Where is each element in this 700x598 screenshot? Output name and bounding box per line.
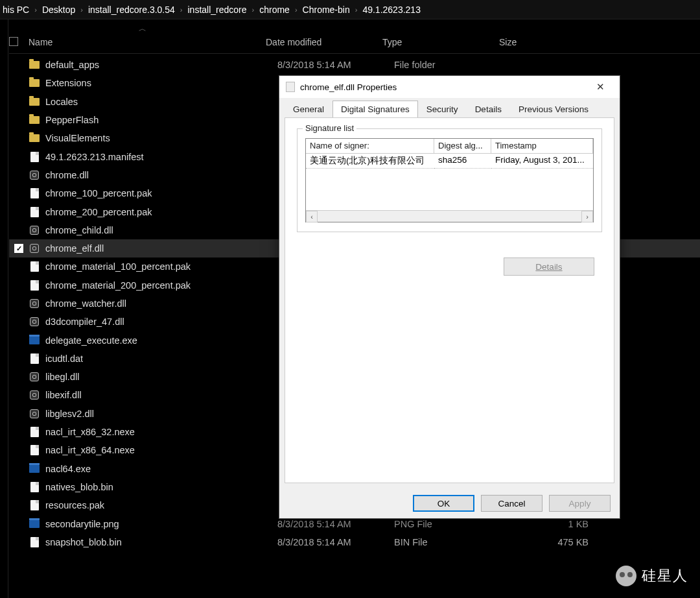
breadcrumb-item[interactable]: install_redcore.3.0.54 xyxy=(88,5,175,15)
col-timestamp[interactable]: Timestamp xyxy=(491,139,593,154)
file-name: d3dcompiler_47.dll xyxy=(45,317,277,327)
dialog-title: chrome_elf.dll Properties xyxy=(300,82,587,92)
file-icon xyxy=(29,206,40,218)
file-name: libegl.dll xyxy=(45,372,277,382)
file-name: chrome_material_100_percent.pak xyxy=(45,261,277,272)
file-name: Extensions xyxy=(45,78,277,88)
file-type: BIN File xyxy=(394,537,511,547)
folder-icon xyxy=(29,132,40,144)
file-name: chrome_watcher.dll xyxy=(45,298,277,309)
close-icon[interactable]: ✕ xyxy=(587,78,613,95)
breadcrumb-item[interactable]: install_redcore xyxy=(187,5,246,15)
chevron-right-icon: › xyxy=(252,6,255,14)
file-date: 8/3/2018 5:14 AM xyxy=(277,519,394,529)
h-scrollbar[interactable]: ‹ › xyxy=(306,210,593,222)
file-name: resources.pak xyxy=(45,500,277,510)
signer-cell: 美通云动(北京)科技有限公司 xyxy=(306,154,434,169)
file-type: PNG File xyxy=(394,519,511,529)
watermark: 硅星人 xyxy=(616,566,688,586)
breadcrumb-item[interactable]: his PC xyxy=(3,5,29,15)
breadcrumb[interactable]: his PC›Desktop›install_redcore.3.0.54›in… xyxy=(0,0,700,19)
breadcrumb-item[interactable]: chrome xyxy=(259,5,290,15)
file-row[interactable]: snapshot_blob.bin8/3/2018 5:14 AMBIN Fil… xyxy=(9,533,700,551)
digest-cell: sha256 xyxy=(434,154,491,169)
file-name: secondarytile.png xyxy=(45,519,277,529)
scroll-right-icon[interactable]: › xyxy=(581,211,593,222)
timestamp-cell: Friday, August 3, 201... xyxy=(491,154,593,169)
chevron-right-icon: › xyxy=(180,6,183,14)
file-name: 49.1.2623.213.manifest xyxy=(45,152,277,162)
signature-list-legend: Signature list xyxy=(303,123,356,133)
file-icon xyxy=(29,151,40,163)
file-icon xyxy=(29,444,40,456)
chevron-right-icon: › xyxy=(355,6,358,14)
dialog-body: Signature list Name of signer: Digest al… xyxy=(285,117,614,483)
signature-list-group: Signature list Name of signer: Digest al… xyxy=(297,128,602,232)
tab-details[interactable]: Details xyxy=(467,101,510,118)
file-size: 475 KB xyxy=(511,537,589,547)
tab-previous-versions[interactable]: Previous Versions xyxy=(510,101,597,118)
tab-digital-signatures[interactable]: Digital Signatures xyxy=(332,101,418,118)
file-name: nacl64.exe xyxy=(45,464,277,474)
dialog-tabs: GeneralDigital SignaturesSecurityDetails… xyxy=(279,98,620,117)
dll-icon xyxy=(29,243,40,254)
chevron-right-icon: › xyxy=(80,6,83,14)
file-name: chrome_100_percent.pak xyxy=(45,188,277,198)
file-name: delegate_execute.exe xyxy=(45,335,277,346)
select-all-checkbox[interactable] xyxy=(9,37,22,47)
breadcrumb-item[interactable]: Desktop xyxy=(42,5,75,15)
file-name: chrome.dll xyxy=(45,170,277,180)
breadcrumb-item[interactable]: Chrome-bin xyxy=(303,5,350,15)
exe-icon xyxy=(29,335,40,346)
tab-general[interactable]: General xyxy=(285,101,332,118)
scroll-left-icon[interactable]: ‹ xyxy=(306,211,318,222)
file-name: libexif.dll xyxy=(45,390,277,400)
file-icon xyxy=(29,536,40,548)
folder-icon xyxy=(29,96,40,108)
watermark-text: 硅星人 xyxy=(642,566,688,586)
breadcrumb-item[interactable]: 49.1.2623.213 xyxy=(362,5,421,15)
file-name: default_apps xyxy=(45,60,277,70)
pane-divider xyxy=(8,19,8,598)
dll-icon xyxy=(29,371,40,383)
folder-icon xyxy=(29,59,40,71)
tab-security[interactable]: Security xyxy=(418,101,467,118)
file-icon xyxy=(29,481,40,493)
file-icon xyxy=(29,261,40,272)
file-name: chrome_material_200_percent.pak xyxy=(45,280,277,291)
signature-table-header: Name of signer: Digest alg... Timestamp xyxy=(306,139,593,154)
column-size[interactable]: Size xyxy=(499,37,577,47)
col-digest[interactable]: Digest alg... xyxy=(434,139,491,154)
file-name: chrome_200_percent.pak xyxy=(45,207,277,217)
file-name: snapshot_blob.bin xyxy=(45,537,277,547)
column-headers: Name Date modified Type Size xyxy=(9,31,700,53)
dialog-buttons: OK Cancel Apply xyxy=(279,488,620,518)
file-name: VisualElements xyxy=(45,133,277,143)
file-icon xyxy=(29,499,40,511)
dll-icon xyxy=(29,224,40,236)
file-icon xyxy=(29,280,40,291)
column-type[interactable]: Type xyxy=(382,37,499,47)
folder-icon xyxy=(29,77,40,89)
details-button: Details xyxy=(504,257,594,276)
signature-table[interactable]: Name of signer: Digest alg... Timestamp … xyxy=(305,138,594,222)
file-name: Locales xyxy=(45,97,277,107)
col-signer[interactable]: Name of signer: xyxy=(306,139,434,154)
file-row[interactable]: default_apps8/3/2018 5:14 AMFile folder xyxy=(9,56,700,74)
file-icon xyxy=(29,353,40,365)
column-name[interactable]: Name xyxy=(9,37,266,47)
chevron-right-icon: › xyxy=(34,6,37,14)
apply-button: Apply xyxy=(549,495,611,512)
file-name: nacl_irt_x86_64.nexe xyxy=(45,445,277,455)
column-date[interactable]: Date modified xyxy=(266,37,382,47)
file-name: nacl_irt_x86_32.nexe xyxy=(45,427,277,437)
file-name: chrome_elf.dll xyxy=(45,243,277,254)
dialog-titlebar[interactable]: chrome_elf.dll Properties ✕ xyxy=(279,76,620,98)
cancel-button[interactable]: Cancel xyxy=(481,495,542,512)
scroll-track[interactable] xyxy=(318,211,581,222)
properties-dialog: chrome_elf.dll Properties ✕ GeneralDigit… xyxy=(279,75,620,519)
file-icon xyxy=(29,426,40,438)
signature-row[interactable]: 美通云动(北京)科技有限公司 sha256 Friday, August 3, … xyxy=(306,154,593,169)
row-checkbox[interactable]: ✓ xyxy=(9,244,29,253)
ok-button[interactable]: OK xyxy=(413,495,474,512)
